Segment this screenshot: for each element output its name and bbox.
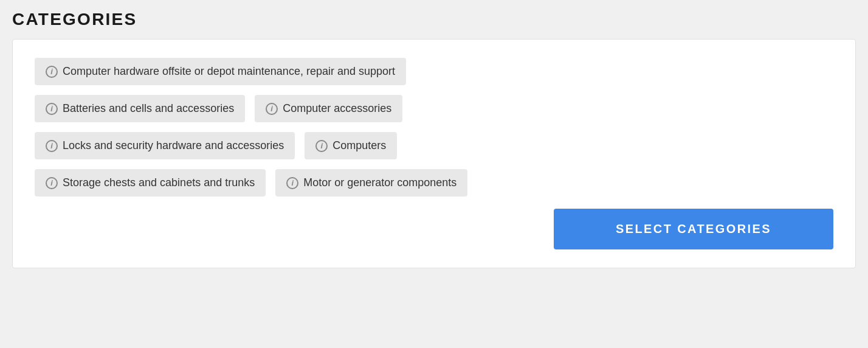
- category-tag-storage[interactable]: i Storage chests and cabinets and trunks: [35, 169, 266, 197]
- categories-grid: i Computer hardware offsite or depot mai…: [35, 58, 833, 197]
- category-label: Batteries and cells and accessories: [63, 102, 234, 115]
- button-row: SELECT CATEGORIES: [35, 209, 833, 249]
- info-icon[interactable]: i: [46, 177, 58, 189]
- category-label: Storage chests and cabinets and trunks: [63, 176, 255, 189]
- categories-row-2: i Batteries and cells and accessories i …: [35, 95, 833, 122]
- categories-row-1: i Computer hardware offsite or depot mai…: [35, 58, 833, 85]
- category-tag-computers[interactable]: i Computers: [305, 132, 397, 159]
- select-categories-button[interactable]: SELECT CATEGORIES: [554, 209, 833, 249]
- info-icon[interactable]: i: [46, 66, 58, 78]
- page-container: CATEGORIES i Computer hardware offsite o…: [0, 0, 868, 348]
- categories-card: i Computer hardware offsite or depot mai…: [12, 39, 856, 268]
- category-tag-locks[interactable]: i Locks and security hardware and access…: [35, 132, 295, 159]
- category-label: Computers: [332, 139, 386, 152]
- category-label: Motor or generator components: [303, 176, 456, 189]
- info-icon[interactable]: i: [46, 103, 58, 115]
- info-icon[interactable]: i: [46, 140, 58, 152]
- category-label: Computer accessories: [283, 102, 391, 115]
- category-tag-motor[interactable]: i Motor or generator components: [275, 169, 467, 197]
- category-label: Locks and security hardware and accessor…: [63, 139, 284, 152]
- category-tag-maintenance[interactable]: i Computer hardware offsite or depot mai…: [35, 58, 406, 85]
- page-title: CATEGORIES: [12, 10, 856, 29]
- category-tag-batteries[interactable]: i Batteries and cells and accessories: [35, 95, 245, 122]
- category-tag-computer-accessories[interactable]: i Computer accessories: [255, 95, 402, 122]
- info-icon[interactable]: i: [315, 140, 328, 152]
- category-label: Computer hardware offsite or depot maint…: [63, 65, 395, 78]
- categories-row-4: i Storage chests and cabinets and trunks…: [35, 169, 833, 197]
- categories-row-3: i Locks and security hardware and access…: [35, 132, 833, 159]
- info-icon[interactable]: i: [286, 177, 298, 189]
- info-icon[interactable]: i: [266, 103, 278, 115]
